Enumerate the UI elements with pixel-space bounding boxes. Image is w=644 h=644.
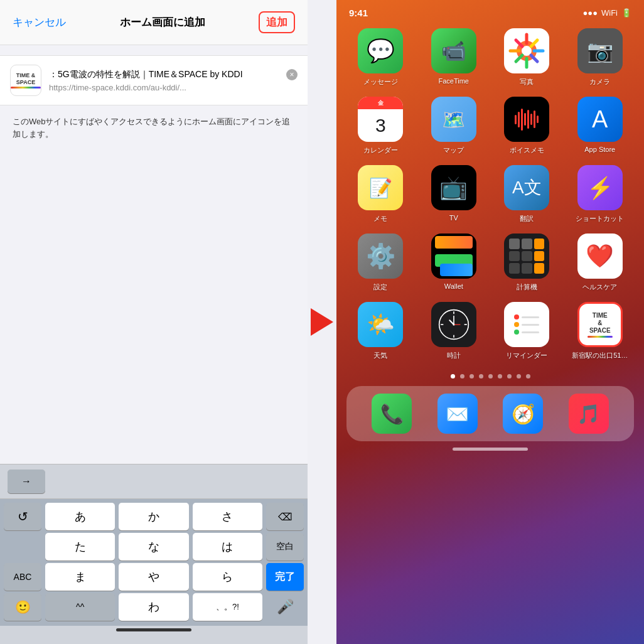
dock-item-phone[interactable]: 📞 <box>372 394 412 434</box>
nav-title: ホーム画面に追加 <box>120 15 205 30</box>
key-ra[interactable]: ら <box>193 563 262 591</box>
key-sa[interactable]: さ <box>193 503 262 530</box>
iphone-background: 9:41 ●●● WiFi 🔋 💬 メッセージ 📹 FaceTime <box>336 0 644 644</box>
camera-label: カメラ <box>589 77 610 87</box>
dock: 📞 ✉️ 🧭 🎵 <box>346 386 634 441</box>
key-ta[interactable]: た <box>45 533 115 561</box>
app-item-facetime[interactable]: 📹 FaceTime <box>422 28 486 87</box>
key-ma[interactable]: ま <box>45 563 115 591</box>
mic-key[interactable]: 🎤 <box>266 593 304 621</box>
app-item-timespace[interactable]: TIME&SPACE 新宿駅の出口51… <box>569 302 632 360</box>
app-item-reminders[interactable]: リマインダー <box>495 302 559 360</box>
key-ka[interactable]: か <box>119 503 188 530</box>
shortcuts-label: ショートカット <box>576 214 624 223</box>
dock-music-icon: 🎵 <box>569 394 609 434</box>
app-item-translate[interactable]: A文 翻訳 <box>495 165 559 223</box>
clear-button[interactable] <box>286 69 298 80</box>
dock-phone-icon: 📞 <box>372 394 412 434</box>
home-bar <box>453 448 528 451</box>
settings-label: 設定 <box>373 282 387 292</box>
add-button[interactable]: 追加 <box>259 11 295 33</box>
calendar-label: カレンダー <box>363 146 398 155</box>
svg-line-8 <box>516 55 522 62</box>
dock-item-mail[interactable]: ✉️ <box>437 394 478 434</box>
key-wa[interactable]: わ <box>119 593 188 621</box>
voicememo-label: ボイスメモ <box>510 146 544 155</box>
app-item-voicememo[interactable]: ボイスメモ <box>495 97 559 155</box>
weather-label: 天気 <box>373 351 387 360</box>
messages-icon: 💬 <box>358 28 403 73</box>
svg-line-6 <box>531 55 537 62</box>
hat-key[interactable]: ^^ <box>45 593 115 621</box>
svg-line-5 <box>516 40 522 46</box>
app-item-calendar[interactable]: 金 3 カレンダー <box>349 97 412 155</box>
app-item-settings[interactable]: ⚙️ 設定 <box>349 233 412 292</box>
timespace-label: 新宿駅の出口51… <box>572 351 628 360</box>
battery-icon: 🔋 <box>621 8 631 18</box>
voicememo-icon <box>504 97 549 142</box>
app-item-notes[interactable]: 📝 メモ <box>349 165 412 223</box>
svg-line-7 <box>531 40 537 46</box>
site-title-input[interactable] <box>49 70 282 80</box>
photos-icon <box>504 28 549 73</box>
app-item-wallet[interactable]: Wallet <box>422 233 486 292</box>
key-ha[interactable]: は <box>193 533 262 561</box>
translate-icon: A文 <box>504 165 549 210</box>
app-item-camera[interactable]: 📷 カメラ <box>569 28 632 87</box>
app-item-photos[interactable]: 写真 <box>495 28 559 87</box>
space-key[interactable]: 空白 <box>266 533 304 561</box>
maps-label: マップ <box>443 146 464 155</box>
dot-1 <box>460 374 464 378</box>
keyboard-toolbar: → <box>0 464 308 499</box>
nav-bar: キャンセル ホーム画面に追加 追加 <box>0 0 308 45</box>
dot-2 <box>470 374 474 378</box>
center-arrow <box>308 0 336 644</box>
messages-label: メッセージ <box>363 77 398 87</box>
undo-key[interactable]: ↺ <box>4 503 41 530</box>
app-item-appstore[interactable]: A App Store <box>569 97 632 155</box>
dock-safari-icon: 🧭 <box>503 394 543 434</box>
site-icon: TIME & SPACE <box>10 65 41 96</box>
arrow-key[interactable]: → <box>8 470 45 493</box>
key-ya[interactable]: や <box>119 563 188 591</box>
app-item-messages[interactable]: 💬 メッセージ <box>349 28 412 87</box>
facetime-label: FaceTime <box>439 77 470 85</box>
status-icons: ●●● WiFi 🔋 <box>582 8 631 18</box>
reminders-icon <box>504 302 549 347</box>
app-item-clock[interactable]: 時計 <box>422 302 486 360</box>
maps-icon: 🗺️ <box>431 97 476 142</box>
app-item-calculator[interactable]: 計算機 <box>495 233 559 292</box>
dock-item-music[interactable]: 🎵 <box>569 394 609 434</box>
dot-0 <box>451 374 455 378</box>
app-item-maps[interactable]: 🗺️ マップ <box>422 97 486 155</box>
reminders-label: リマインダー <box>506 351 547 360</box>
app-item-shortcuts[interactable]: ⚡ ショートカット <box>569 165 632 223</box>
emoji-key[interactable]: 🙂 <box>4 593 41 621</box>
app-item-weather[interactable]: 🌤️ 天気 <box>349 302 412 360</box>
key-na[interactable]: な <box>119 533 188 561</box>
cancel-button[interactable]: キャンセル <box>13 15 66 30</box>
punct-key[interactable]: 、。?! <box>193 593 262 621</box>
site-info: https://time-space.kddi.com/au-kddi/... <box>49 69 298 92</box>
site-row: TIME & SPACE https://time-space.kddi.com… <box>0 55 308 105</box>
backspace-key[interactable]: ⌫ <box>266 503 304 530</box>
photos-label: 写真 <box>520 77 534 87</box>
keyboard-area: → ↺ あ か さ ⌫ た な は 空白 ABC ま や ら 完了 <box>0 464 308 644</box>
site-url: https://time-space.kddi.com/au-kddi/... <box>49 83 298 92</box>
key-a[interactable]: あ <box>45 503 115 530</box>
done-key[interactable]: 完了 <box>266 563 304 591</box>
status-time: 9:41 <box>349 8 368 18</box>
dock-item-safari[interactable]: 🧭 <box>503 394 543 434</box>
notes-icon: 📝 <box>358 165 403 210</box>
camera-icon: 📷 <box>577 28 623 73</box>
arrow-icon <box>311 308 333 336</box>
abc-key[interactable]: ABC <box>4 563 41 591</box>
app-item-health[interactable]: ❤️ ヘルスケア <box>569 233 632 292</box>
status-bar: 9:41 ●●● WiFi 🔋 <box>336 0 644 22</box>
clock-icon <box>431 302 476 347</box>
app-item-tv[interactable]: 📺 TV <box>422 165 486 223</box>
dot-7 <box>517 374 521 378</box>
clock-label: 時計 <box>447 351 461 360</box>
notes-label: メモ <box>373 214 387 223</box>
dot-4 <box>488 374 493 378</box>
